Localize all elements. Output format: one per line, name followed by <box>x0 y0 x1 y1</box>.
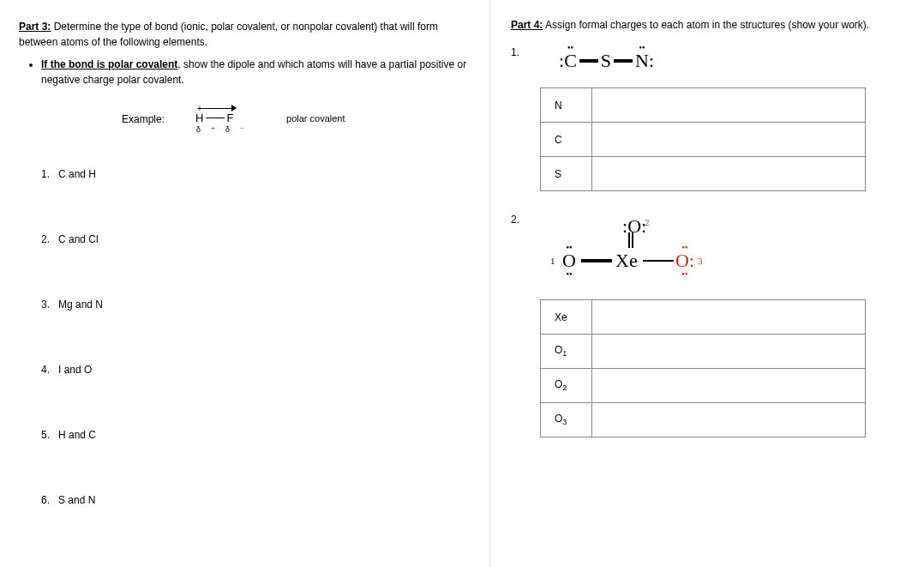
part3-intro: Part 3: Determine the type of bond (ioni… <box>19 19 467 50</box>
atom-o2: :O: <box>622 215 646 238</box>
part4-text: Assign formal charges to each atom in th… <box>545 19 869 31</box>
question-item: 6.S and N <box>38 494 467 506</box>
index-3: 3 <box>698 256 703 266</box>
polar-covalent-label: polar covalent <box>286 113 345 124</box>
part3-text: Determine the type of bond (ionic, polar… <box>19 21 438 48</box>
question-item: 5.H and C <box>38 429 467 441</box>
problem-2: 2. 1 2 3 :O: •• •• O Xe •• •• O: <box>511 210 905 287</box>
atom-o3: •• •• O: <box>675 250 694 272</box>
question-list: 1.C and H 2.C and Cl 3.Mg and N 4.I and … <box>38 168 467 506</box>
answer-cell[interactable] <box>592 88 866 123</box>
single-bond-icon <box>643 260 674 262</box>
atom-c: ••C <box>564 50 577 72</box>
part3-column: Part 3: Determine the type of bond (ioni… <box>0 0 490 567</box>
q-num: 1. <box>38 168 50 180</box>
bond-line-icon <box>206 118 225 118</box>
answer-cell[interactable] <box>592 123 866 157</box>
lone-pair-top: •• <box>567 43 573 52</box>
p2-answer-table: Xe O1 O2 O3 <box>540 299 866 437</box>
question-item: 3.Mg and N <box>38 299 467 311</box>
row-label: C <box>541 123 592 157</box>
atom-o1: •• •• O <box>562 250 576 272</box>
lone-pair-top: •• <box>681 243 687 252</box>
hf-diagram: + HF δ⁺δ⁻ <box>195 101 255 142</box>
table-row: S <box>541 157 866 191</box>
p1-answer-table: N C S <box>540 87 866 191</box>
part3-label: Part 3: <box>19 21 51 33</box>
hf-deltas: δ⁺δ⁻ <box>196 125 255 134</box>
lone-pair-right: : <box>649 50 654 71</box>
double-bond-vert-icon <box>628 232 630 248</box>
table-row: O3 <box>541 403 866 437</box>
part4-label: Part 4: <box>511 19 543 31</box>
q-text: Mg and N <box>58 299 103 311</box>
atom-xe: Xe <box>615 250 638 272</box>
q-text: H and C <box>58 429 96 441</box>
lone-pair-right: : <box>689 250 694 271</box>
lone-pair-bottom: •• <box>681 269 687 279</box>
q-num: 4. <box>38 364 50 376</box>
hf-formula: HF <box>195 112 234 124</box>
example-row: Example: + HF δ⁺δ⁻ polar covalent <box>122 101 467 144</box>
table-row: O1 <box>541 335 866 369</box>
bullet-lead: If the bond is polar covalent <box>41 58 177 70</box>
row-label: S <box>541 157 592 191</box>
part4-column: Part 4: Assign formal charges to each at… <box>490 0 924 567</box>
double-bond-icon <box>579 59 598 63</box>
q-text: C and Cl <box>58 233 99 245</box>
p2-number: 2. <box>511 214 523 226</box>
example-label: Example: <box>122 113 165 125</box>
delta-plus: δ⁺ <box>196 125 225 134</box>
answer-cell[interactable] <box>592 335 866 369</box>
lone-pair-top: •• <box>566 243 572 252</box>
lone-pair-right: : <box>641 215 646 237</box>
question-item: 2.C and Cl <box>38 233 467 245</box>
q-num: 2. <box>38 233 50 245</box>
row-label: O1 <box>541 335 592 369</box>
delta-minus: δ⁻ <box>225 125 255 134</box>
double-bond-icon <box>614 59 633 63</box>
q-text: S and N <box>58 494 95 506</box>
index-1: 1 <box>550 256 555 266</box>
q-text: I and O <box>58 364 92 376</box>
row-label: O3 <box>541 403 592 437</box>
p1-structure: :••CS••N: <box>540 43 654 75</box>
answer-cell[interactable] <box>592 300 866 335</box>
p1-number: 1. <box>511 46 523 58</box>
part4-intro: Part 4: Assign formal charges to each at… <box>511 19 905 31</box>
row-label: O2 <box>541 369 592 403</box>
part3-bullet: If the bond is polar covalent, show the … <box>41 57 467 87</box>
table-row: C <box>541 123 866 157</box>
q-num: 3. <box>38 299 50 311</box>
problem-1: 1. :••CS••N: <box>511 43 905 75</box>
atom-s: S <box>601 50 611 72</box>
p2-structure: 1 2 3 :O: •• •• O Xe •• •• O: <box>540 210 729 287</box>
double-bond-vert-icon <box>632 232 633 248</box>
lone-pair-top: •• <box>639 43 645 52</box>
q-num: 6. <box>38 494 50 506</box>
table-row: O2 <box>541 369 866 403</box>
answer-cell[interactable] <box>592 403 866 437</box>
answer-cell[interactable] <box>592 369 866 403</box>
atom-h: H <box>195 112 204 124</box>
table-row: Xe <box>541 300 866 335</box>
q-num: 5. <box>38 429 50 441</box>
question-item: 1.C and H <box>38 168 467 180</box>
double-bond-icon <box>581 259 612 262</box>
lone-pair-bottom: •• <box>566 269 572 279</box>
question-item: 4.I and O <box>38 364 467 376</box>
atom-n: ••N <box>635 50 649 72</box>
row-label: Xe <box>541 300 592 335</box>
q-text: C and H <box>58 168 96 180</box>
part3-bullets: If the bond is polar covalent, show the … <box>41 57 467 87</box>
answer-cell[interactable] <box>592 157 866 191</box>
table-row: N <box>541 88 866 123</box>
atom-f: F <box>226 112 234 124</box>
row-label: N <box>541 88 592 123</box>
